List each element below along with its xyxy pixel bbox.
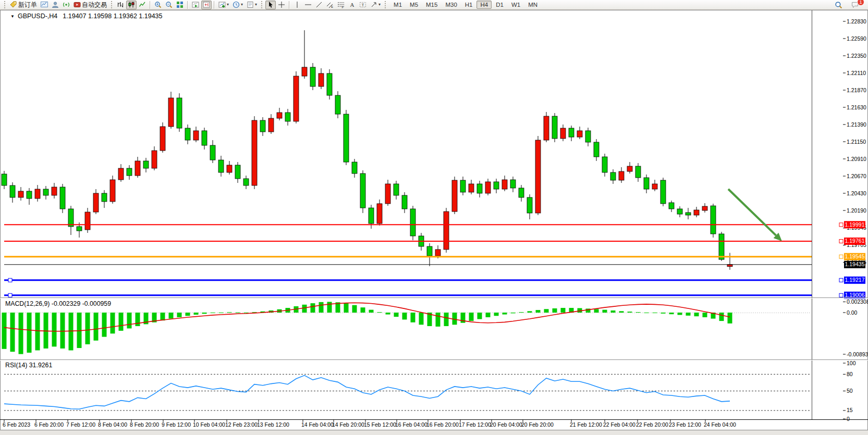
line-handle[interactable]: [839, 255, 843, 258]
candlestick-chart-type-button[interactable]: [126, 1, 137, 9]
timeframe-mn-button[interactable]: MN: [524, 1, 541, 9]
candle: [27, 191, 32, 198]
arrows-shapes-icon: [370, 1, 377, 8]
candle: [727, 265, 732, 267]
candle: [477, 184, 482, 193]
line-handle[interactable]: [839, 239, 843, 243]
search-button[interactable]: [833, 1, 844, 9]
timeframe-h1-button[interactable]: H1: [461, 1, 476, 9]
candle: [635, 166, 641, 178]
timeframe-h4-button[interactable]: H4: [476, 1, 492, 9]
candle: [510, 180, 516, 188]
svg-text:1.22350: 1.22350: [847, 53, 866, 59]
macd-bar: [494, 313, 499, 316]
auto-trading-icon: [74, 1, 81, 8]
macd-bar: [611, 310, 616, 313]
candle: [435, 250, 441, 256]
line-handle[interactable]: [839, 278, 843, 282]
toolbar-grip[interactable]: [4, 1, 6, 8]
toolbar-grip[interactable]: [111, 1, 113, 8]
trendline-tool-button[interactable]: [314, 1, 324, 9]
vertical-line-tool-button[interactable]: [292, 1, 302, 9]
timeframe-m1-button[interactable]: M1: [390, 1, 406, 9]
auto-trading-button[interactable]: 自动交易: [72, 1, 108, 9]
candle: [444, 212, 449, 250]
svg-text:14 Feb 20:00: 14 Feb 20:00: [332, 421, 364, 428]
fibonacci-tool-button[interactable]: F: [336, 1, 346, 9]
svg-text:10 Feb 04:00: 10 Feb 04:00: [193, 421, 225, 428]
mt4-window: 新订单 自动交易: [0, 0, 868, 435]
candle: [60, 187, 65, 209]
zoom-in-button[interactable]: [153, 1, 163, 9]
macd-bar: [511, 313, 516, 313]
line-handle[interactable]: [8, 293, 12, 297]
toolbar-grip[interactable]: [261, 1, 263, 8]
macd-bar: [528, 311, 532, 313]
macd-bar: [19, 313, 23, 354]
timeframe-m15-button[interactable]: M15: [422, 1, 441, 9]
chart-canvas[interactable]: 1.228301.225901.223501.221101.218701.216…: [0, 10, 868, 435]
candle: [235, 165, 240, 179]
horizontal-line-tool-button[interactable]: [303, 1, 313, 9]
svg-text:6 Feb 20:00: 6 Feb 20:00: [34, 421, 64, 428]
text-tool-button[interactable]: A: [347, 1, 357, 9]
candle: [35, 189, 40, 198]
chart-shift-button[interactable]: [201, 1, 212, 9]
macd-bar: [628, 312, 632, 313]
profile-button[interactable]: [50, 1, 60, 9]
candle: [494, 182, 499, 189]
new-order-button[interactable]: 新订单: [8, 1, 39, 9]
svg-text:12 Feb 23:00: 12 Feb 23:00: [225, 421, 258, 428]
cursor-button[interactable]: [265, 1, 276, 9]
crosshair-icon: [278, 1, 285, 8]
auto-scroll-button[interactable]: [190, 1, 201, 9]
candle: [686, 213, 691, 215]
channel-tool-button[interactable]: E: [325, 1, 335, 9]
macd-bar: [503, 313, 507, 315]
timeframe-d1-button[interactable]: D1: [492, 1, 507, 9]
periods-button[interactable]: ▾: [231, 1, 244, 9]
profile-icon: [52, 1, 59, 8]
indicators-button[interactable]: ▾: [217, 1, 230, 9]
toolbar-separator: [214, 1, 215, 9]
dropdown-caret-icon: ▾: [378, 3, 381, 7]
timeframe-m5-button[interactable]: M5: [406, 1, 422, 9]
candle: [210, 145, 215, 160]
macd-bar: [478, 313, 482, 319]
charts-button[interactable]: [39, 1, 50, 9]
signals-button[interactable]: [61, 1, 71, 9]
symbol-dropdown-icon[interactable]: ▼: [10, 14, 15, 19]
horizontal-line-icon: [304, 1, 312, 8]
candle: [694, 210, 699, 215]
line-handle[interactable]: [839, 223, 843, 227]
timeframe-w1-button[interactable]: W1: [508, 1, 524, 9]
candle: [485, 182, 491, 193]
charts-icon: [41, 1, 48, 8]
templates-button[interactable]: ▾: [245, 1, 259, 9]
notifications-button[interactable]: 1: [849, 1, 861, 9]
macd-bar: [327, 302, 332, 313]
macd-bar: [419, 313, 424, 325]
crosshair-button[interactable]: [276, 1, 287, 9]
line-chart-type-button[interactable]: [137, 1, 148, 9]
candle: [394, 184, 399, 195]
toolbar-grip[interactable]: [385, 1, 386, 8]
line-handle[interactable]: [839, 293, 843, 297]
svg-text:A: A: [350, 2, 354, 8]
candle: [110, 180, 115, 202]
macd-bar: [69, 313, 74, 350]
shapes-tool-button[interactable]: ▾: [369, 1, 382, 9]
candle: [118, 168, 124, 180]
svg-text:1.21870: 1.21870: [847, 87, 866, 93]
tile-windows-button[interactable]: [175, 1, 185, 9]
candle: [677, 209, 682, 214]
macd-bar: [469, 313, 474, 321]
macd-bar: [411, 313, 415, 322]
label-tool-button[interactable]: T: [358, 1, 368, 9]
line-handle[interactable]: [8, 278, 12, 282]
timeframe-m30-button[interactable]: M30: [442, 1, 460, 9]
bar-chart-type-button[interactable]: [115, 1, 126, 9]
zoom-out-button[interactable]: [164, 1, 174, 9]
candle: [402, 195, 407, 209]
macd-bar: [369, 310, 374, 313]
